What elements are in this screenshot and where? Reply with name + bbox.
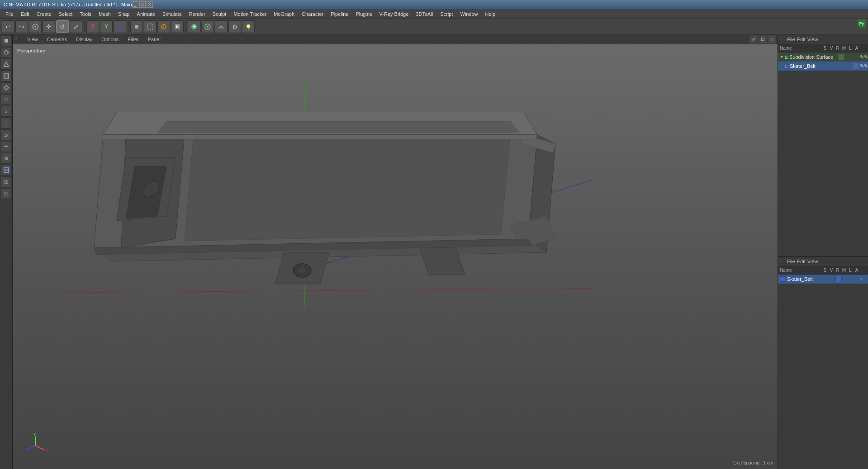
- menu-character[interactable]: Character: [298, 10, 327, 18]
- x-axis-button[interactable]: X: [86, 20, 99, 33]
- 3d-viewport[interactable]: | Perspective Grid Spacing : 1 cm X Y Z: [13, 44, 778, 469]
- mat-mgr-edit[interactable]: Edit: [797, 259, 806, 264]
- menu-render[interactable]: Render: [185, 10, 209, 18]
- edge-mode-btn[interactable]: [1, 59, 12, 70]
- obj-col-r: R: [835, 46, 841, 51]
- live-selection-button[interactable]: [29, 20, 42, 33]
- redo-button[interactable]: ↪: [15, 20, 28, 33]
- motion-btn[interactable]: [1, 129, 12, 140]
- object-mode-button[interactable]: [130, 20, 143, 33]
- sculpt-btn[interactable]: S: [1, 118, 12, 128]
- viewport-menu-filter[interactable]: Filter: [126, 36, 140, 43]
- mat-icon-1[interactable]: [835, 276, 842, 282]
- add-button[interactable]: +: [188, 20, 200, 33]
- pen-tool-btn[interactable]: ✒: [1, 141, 12, 152]
- svg-rect-3: [147, 24, 153, 29]
- minimize-button[interactable]: _: [132, 1, 138, 8]
- brush-btn[interactable]: ⊟: [1, 188, 12, 199]
- move-tool-button[interactable]: ✛: [43, 20, 55, 33]
- field-btn[interactable]: [1, 165, 12, 175]
- light-button[interactable]: [242, 20, 255, 33]
- title-bar-controls: _ □ ✕: [132, 1, 153, 8]
- obj-col-m: M: [841, 46, 847, 51]
- python-icon[interactable]: Py: [857, 19, 866, 28]
- rotate-tool-button[interactable]: ↺: [56, 20, 69, 33]
- menu-mesh[interactable]: Mesh: [95, 10, 114, 18]
- menu-animate[interactable]: Animate: [133, 10, 159, 18]
- svg-rect-2: [135, 25, 138, 28]
- menu-snap[interactable]: Snap: [114, 10, 133, 18]
- mat-col-m: M: [841, 268, 847, 273]
- settings-button[interactable]: ⚙: [228, 20, 241, 33]
- subd-type-icon: ⊡: [785, 55, 788, 60]
- subd-name: Subdivision Surface: [789, 54, 837, 60]
- maximize-button[interactable]: □: [139, 1, 146, 8]
- skater-belt-item[interactable]: ▷ Skater_Belt ✎✎: [778, 62, 868, 71]
- viewport-icon-camera[interactable]: ⊡: [759, 35, 767, 43]
- subd-r[interactable]: [853, 54, 859, 60]
- material-color-swatch: [780, 276, 785, 282]
- menu-tools[interactable]: Tools: [76, 10, 95, 18]
- obj-mgr-edit[interactable]: Edit: [797, 37, 806, 42]
- menu-motion-tracker[interactable]: Motion Tracker: [230, 10, 270, 18]
- left-toolbar: ⬡ S S ✒ ⊕ ⊞ ⊟: [0, 34, 13, 469]
- menu-plugins[interactable]: Plugins: [352, 10, 375, 18]
- obj-col-l: L: [847, 46, 854, 51]
- obj-mgr-view[interactable]: View: [807, 37, 818, 42]
- viewport-menu-display[interactable]: Display: [74, 36, 94, 43]
- subd-surface-item[interactable]: ▼ ⊡ Subdivision Surface ✎✎: [778, 52, 868, 62]
- measure-btn[interactable]: ⊞: [1, 176, 12, 187]
- undo-button[interactable]: ↩: [2, 20, 14, 33]
- render-button[interactable]: [171, 20, 184, 33]
- viewport-menu-view[interactable]: View: [25, 36, 40, 43]
- viewport-menu-panel[interactable]: Panel: [146, 36, 162, 43]
- menu-mograph[interactable]: MoGraph: [270, 10, 298, 18]
- menu-pipeline[interactable]: Pipeline: [327, 10, 352, 18]
- point-mode-btn[interactable]: [1, 47, 12, 58]
- scale-tool-button[interactable]: ⤢: [70, 20, 82, 33]
- model-btn[interactable]: ⬡: [1, 94, 12, 105]
- axis-widget: X Y Z: [22, 432, 49, 460]
- menu-edit[interactable]: Edit: [17, 10, 33, 18]
- menu-window[interactable]: Window: [456, 10, 481, 18]
- viewport-icon-render[interactable]: ▷: [768, 35, 776, 43]
- skater-belt-material-item[interactable]: Skater_Belt ≡: [778, 275, 868, 284]
- subd-icons: ✎✎: [860, 54, 866, 60]
- viewport-scene: |: [13, 44, 778, 469]
- obj-mgr-file[interactable]: File: [787, 37, 795, 42]
- close-button[interactable]: ✕: [147, 1, 153, 8]
- render-view-button[interactable]: [157, 20, 170, 33]
- mat-mgr-file[interactable]: File: [787, 259, 795, 264]
- menu-3dtoall[interactable]: 3DToAll: [412, 10, 436, 18]
- mesh-type-icon: ▷: [785, 64, 789, 69]
- viewport-menu-options[interactable]: Options: [100, 36, 120, 43]
- z-axis-button[interactable]: Z: [114, 20, 126, 33]
- y-axis-button[interactable]: Y: [100, 20, 113, 33]
- viewport-icon-maximize[interactable]: ⤢: [749, 35, 758, 43]
- menu-sculpt[interactable]: Sculpt: [209, 10, 230, 18]
- viewport-menu-cameras[interactable]: Cameras: [45, 36, 69, 43]
- belt-s[interactable]: [853, 63, 859, 69]
- menu-script[interactable]: Script: [436, 10, 456, 18]
- menu-create[interactable]: Create: [33, 10, 55, 18]
- menu-help[interactable]: Help: [482, 10, 499, 18]
- python-label: Py: [859, 21, 864, 26]
- menu-file[interactable]: File: [2, 10, 17, 18]
- subd-s[interactable]: [838, 54, 844, 60]
- uv-edit-btn[interactable]: [1, 82, 12, 93]
- object-mode-left-btn[interactable]: [1, 35, 12, 46]
- mat-mgr-view[interactable]: View: [807, 259, 818, 264]
- subd-v[interactable]: [845, 54, 852, 60]
- deform-button[interactable]: [215, 20, 228, 33]
- snap-button[interactable]: [201, 20, 214, 33]
- svg-rect-17: [4, 74, 9, 78]
- poly-mode-btn[interactable]: [1, 71, 12, 81]
- menu-simulate[interactable]: Simulate: [159, 10, 185, 18]
- perspective-label: Perspective: [17, 48, 45, 53]
- mat-icon-3: [852, 276, 858, 282]
- menu-select[interactable]: Select: [55, 10, 76, 18]
- render-region-button[interactable]: [144, 20, 157, 33]
- texture-btn[interactable]: S: [1, 106, 12, 117]
- magnet-btn[interactable]: ⊕: [1, 153, 12, 164]
- menu-vray[interactable]: V-Ray Bridge: [376, 10, 413, 18]
